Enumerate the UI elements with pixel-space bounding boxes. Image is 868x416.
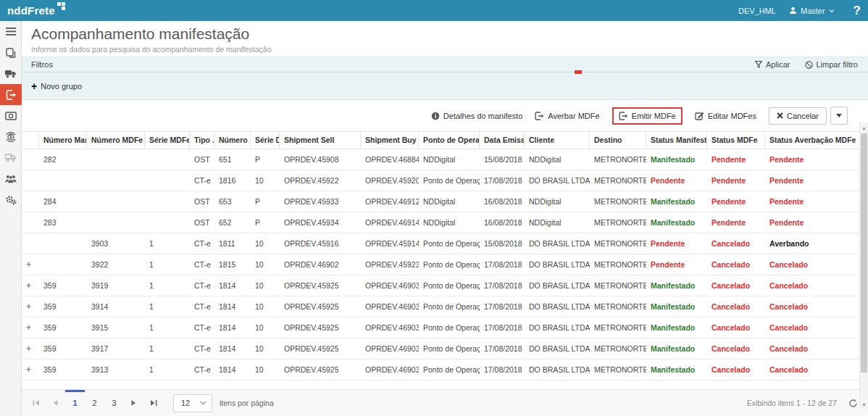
cell-shipment_buy: OPRDEV.46903 — [361, 359, 419, 380]
cell-numero_manifesto: 359 — [39, 338, 87, 359]
banknote-icon[interactable] — [0, 105, 22, 126]
cell-status_manifesto: Manifestado — [646, 149, 707, 170]
column-header[interactable]: Status Manifesto — [646, 132, 707, 149]
page-number-1[interactable]: 1 — [65, 390, 85, 416]
refresh-icon[interactable] — [848, 399, 858, 408]
manifest-export-icon[interactable] — [0, 84, 22, 105]
cell-serie_d: P — [251, 212, 280, 233]
emitir-mdfe-button[interactable]: Emitir MDFe — [619, 112, 676, 120]
table-row[interactable]: +35939141CT-e181410OPRDEV.45925OPRDEV.46… — [22, 296, 859, 317]
table-row[interactable]: +35939171CT-e181410OPRDEV.45925OPRDEV.46… — [22, 338, 859, 359]
cell-serie_mdfe: 1 — [145, 338, 190, 359]
cell-ponto_operacao: Ponto de Operação ... — [419, 275, 480, 296]
cell-serie_d: P — [251, 191, 280, 212]
expand-icon[interactable]: + — [26, 259, 31, 270]
column-header[interactable]: Tipo ... — [190, 132, 214, 149]
column-header[interactable]: Número ... — [214, 132, 251, 149]
first-page-button[interactable] — [26, 390, 46, 416]
cell-destino: METRONORTE CO... — [590, 212, 646, 233]
cell-destino: METRONORTE CO... — [590, 296, 646, 317]
table-row[interactable]: +39221CT-e181510OPRDEV.46902OPRDEV.45923… — [22, 254, 859, 275]
apply-filter-button[interactable]: Aplicar — [755, 60, 790, 69]
column-header[interactable]: Status Averbação MDFe↑ — [765, 132, 859, 149]
cell-shipment_sell: OPRDEV.45934 — [280, 212, 361, 233]
cell-status_averbacao: Averbando — [765, 233, 859, 254]
column-header[interactable]: Status MDFe — [707, 132, 765, 149]
table-row[interactable]: +35939151CT-e181410OPRDEV.45925OPRDEV.46… — [22, 317, 859, 338]
cell-status_mdfe: Cancelado — [707, 296, 765, 317]
settings-gears-icon[interactable] — [0, 189, 22, 210]
brand-logo[interactable]: nddFrete — [7, 4, 65, 17]
cell-numero_mdfe: 3915 — [87, 317, 145, 338]
table-row[interactable]: +35939191CT-e181410OPRDEV.45925OPRDEV.46… — [22, 275, 859, 296]
table-row[interactable]: +35939131CT-e181410OPRDEV.45925OPRDEV.46… — [22, 359, 859, 380]
table-row[interactable]: 283OST652POPRDEV.45934OPRDEV.46914NDDigi… — [22, 212, 859, 233]
manifest-details-button[interactable]: Detalhes do manifesto — [431, 112, 522, 120]
column-header[interactable]: Ponto de Operação — [419, 132, 480, 149]
expand-icon[interactable]: + — [26, 344, 31, 354]
emitir-mdfe-highlight-box: Emitir MDFe — [612, 107, 683, 125]
cell-status_mdfe: Pendente — [707, 170, 765, 191]
cancelar-dropdown-button[interactable] — [830, 107, 848, 125]
column-header[interactable] — [22, 132, 39, 149]
cell-numero: 653 — [214, 191, 251, 212]
table-row[interactable]: 284OST653POPRDEV.45933OPRDEV.46912NDDigi… — [22, 191, 859, 212]
cell-ponto_operacao: Ponto de Operação ... — [419, 296, 480, 317]
page-number-3[interactable]: 3 — [104, 390, 124, 416]
cell-numero_mdfe: 3917 — [87, 338, 145, 359]
cell-numero: 1814 — [214, 296, 251, 317]
truck-icon[interactable] — [0, 63, 22, 84]
grid-toolbar: Detalhes do manifesto Averbar MDFe Emiti… — [22, 100, 868, 131]
column-header[interactable]: Número MDFe — [87, 132, 145, 149]
documents-icon[interactable] — [0, 42, 22, 63]
table-row[interactable]: 282OST651POPRDEV.45908OPRDEV.46884NDDigi… — [22, 149, 859, 170]
cell-expand — [22, 191, 39, 212]
scroll-up-arrow-icon[interactable]: ▲ — [860, 123, 868, 132]
users-icon[interactable] — [0, 168, 22, 189]
table-row[interactable]: 39031CT-e181110OPRDEV.45916OPRDEV.45914P… — [22, 233, 859, 254]
cancelar-button[interactable]: Cancelar — [769, 107, 827, 125]
expand-icon[interactable]: + — [26, 280, 31, 291]
money-refresh-icon[interactable]: $ — [0, 126, 22, 147]
expand-icon[interactable]: + — [26, 301, 31, 312]
cell-ponto_operacao: Ponto de Operação ... — [419, 317, 480, 338]
column-header[interactable]: Cliente — [525, 132, 590, 149]
prev-page-button[interactable] — [46, 390, 65, 416]
cell-data_emissao: 17/08/2018 1... — [480, 296, 525, 317]
cell-tipo: CT-e — [190, 338, 214, 359]
vertical-scrollbar-thumb[interactable] — [861, 133, 867, 373]
table-row[interactable]: CT-e181610OPRDEV.45922OPRDEV.45920Ponto … — [22, 170, 859, 191]
column-header[interactable]: Série MDFe — [145, 132, 190, 149]
column-header[interactable]: Destino — [590, 132, 646, 149]
averbar-mdfe-button[interactable]: Averbar MDFe — [535, 112, 599, 120]
expand-icon[interactable]: + — [26, 365, 31, 375]
user-icon — [789, 7, 797, 14]
user-menu[interactable]: Master — [789, 7, 835, 15]
cell-status_manifesto: Manifestado — [646, 191, 707, 212]
column-header[interactable]: Número Mani... — [39, 132, 87, 149]
column-header[interactable]: Data Emissã... — [480, 132, 525, 149]
menu-icon[interactable] — [0, 21, 22, 42]
cell-ponto_operacao: NDDigital — [419, 191, 480, 212]
truck-money-icon[interactable] — [0, 147, 22, 168]
clear-filter-button[interactable]: Limpar filtro — [805, 60, 858, 69]
column-header[interactable]: Shipment Sell — [280, 132, 361, 149]
next-page-button[interactable] — [124, 390, 143, 416]
scroll-down-arrow-icon[interactable]: ▼ — [860, 400, 868, 409]
cell-destino: METRONORTE CO... — [590, 317, 646, 338]
page-number-2[interactable]: 2 — [85, 390, 104, 416]
cell-status_manifesto: Manifestado — [646, 359, 707, 380]
expand-icon[interactable]: + — [26, 323, 31, 333]
last-page-button[interactable] — [143, 390, 163, 416]
vertical-scrollbar[interactable]: ▲ ▼ — [859, 122, 868, 409]
chevron-down-icon — [200, 401, 206, 405]
cell-status_mdfe: Cancelado — [707, 317, 765, 338]
new-group-button[interactable]: + Novo grupo — [31, 82, 82, 91]
red-indicator — [575, 70, 582, 74]
page-size-select[interactable]: 12 — [173, 394, 212, 412]
help-button[interactable]: ? — [848, 4, 861, 18]
editar-mdfes-button[interactable]: Editar MDFes — [695, 112, 756, 120]
column-header[interactable]: Série D... — [251, 132, 280, 149]
column-header[interactable]: Shipment Buy — [361, 132, 419, 149]
cell-serie_mdfe: 1 — [145, 233, 190, 254]
